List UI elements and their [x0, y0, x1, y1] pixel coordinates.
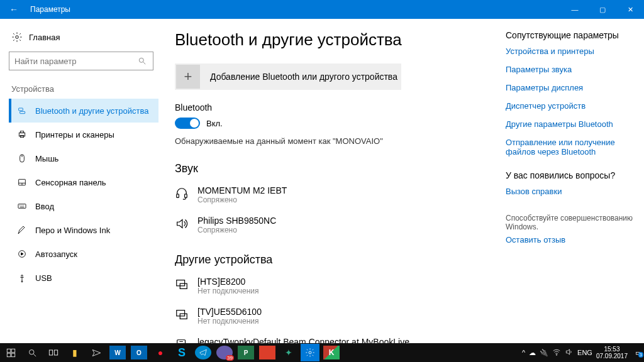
- svg-rect-25: [54, 350, 57, 355]
- related-sidebar: Сопутствующие параметры Устройства и при…: [506, 19, 644, 343]
- sidebar-item-pen[interactable]: Перо и Windows Ink: [9, 218, 158, 242]
- sidebar-item-touchpad[interactable]: Сенсорная панель: [9, 170, 158, 194]
- add-device-label: Добавление Bluetooth или другого устройс…: [210, 72, 397, 82]
- action-center-icon[interactable]: ▭3: [635, 349, 641, 357]
- svg-point-1: [139, 58, 143, 62]
- clock[interactable]: 15:5307.09.2017: [596, 346, 631, 359]
- sidebar-item-printers[interactable]: Принтеры и сканеры: [9, 123, 158, 146]
- taskbar: ▮ W O ● S 39 P ✦ K ^ ☁ 🔌 ENG 15:5307.09.…: [0, 343, 644, 362]
- taskbar-app-icon[interactable]: S: [171, 343, 192, 362]
- sidebar-item-label: Автозапуск: [35, 250, 77, 259]
- search-field[interactable]: [14, 57, 136, 66]
- taskbar-app-icon[interactable]: ✦: [278, 343, 299, 362]
- close-button[interactable]: ✕: [616, 0, 644, 19]
- window-title: Параметры: [30, 5, 70, 14]
- svg-rect-22: [11, 353, 15, 357]
- bluetooth-label: Bluetooth: [175, 102, 493, 112]
- sidebar-item-label: Принтеры и сканеры: [35, 130, 114, 140]
- taskbar-app-icon[interactable]: [195, 346, 211, 359]
- device-name: Philips SHB9850NC: [197, 216, 276, 226]
- system-tray[interactable]: ^ ☁ 🔌 ENG 15:5307.09.2017 ▭3: [522, 343, 644, 362]
- sidebar-item-label: Мышь: [35, 154, 58, 163]
- volume-icon[interactable]: [565, 348, 574, 358]
- related-link[interactable]: Параметры дисплея: [506, 83, 636, 92]
- taskbar-app-icon[interactable]: O: [131, 346, 147, 359]
- device-row[interactable]: Philips SHB9850NCСопряжено: [175, 212, 493, 238]
- audio-section-header: Звук: [175, 162, 493, 175]
- svg-rect-2: [19, 108, 23, 111]
- search-input[interactable]: [9, 52, 153, 70]
- sidebar-item-typing[interactable]: Ввод: [9, 194, 158, 218]
- bluetooth-state: Вкл.: [206, 119, 223, 128]
- svg-rect-12: [177, 194, 179, 198]
- svg-point-27: [557, 354, 557, 355]
- taskbar-app-icon[interactable]: ▮: [64, 343, 86, 362]
- taskbar-app-icon[interactable]: [86, 343, 107, 362]
- svg-rect-5: [20, 131, 23, 133]
- onedrive-icon[interactable]: ☁: [529, 349, 536, 357]
- pen-icon: [16, 224, 28, 236]
- window-titlebar: ← Параметры — ▢ ✕: [0, 0, 644, 19]
- sidebar: Главная Устройства Bluetooth и другие ус…: [0, 19, 164, 343]
- screen-icon: [175, 308, 189, 322]
- device-status: Сопряжено: [197, 226, 276, 234]
- search-task-icon[interactable]: [21, 343, 43, 362]
- wifi-icon[interactable]: [552, 348, 561, 358]
- home-button[interactable]: Главная: [9, 28, 158, 47]
- sidebar-item-label: Ввод: [35, 202, 54, 211]
- lang-indicator[interactable]: ENG: [577, 349, 592, 356]
- related-link[interactable]: Устройства и принтеры: [506, 47, 636, 56]
- taskbar-app-icon[interactable]: P: [238, 346, 254, 359]
- svg-rect-4: [19, 133, 25, 136]
- related-link[interactable]: Другие параметры Bluetooth: [506, 119, 636, 129]
- sidebar-item-label: Перо и Windows Ink: [35, 226, 110, 235]
- svg-point-0: [16, 36, 19, 39]
- taskbar-app-icon[interactable]: 39: [216, 346, 233, 359]
- discoverable-text: Обнаруживаемые на данный момент как "MON…: [175, 136, 493, 146]
- related-link[interactable]: Диспетчер устройств: [506, 101, 636, 111]
- category-label: Устройства: [9, 84, 158, 94]
- back-button[interactable]: ←: [0, 0, 28, 19]
- taskview-icon[interactable]: [43, 343, 64, 362]
- search-icon: [136, 55, 148, 67]
- related-link[interactable]: Отправление или получение файлов через B…: [506, 138, 636, 156]
- feedback-link[interactable]: Оставить отзыв: [506, 235, 636, 244]
- add-device-button[interactable]: + Добавление Bluetooth или другого устро…: [175, 63, 401, 90]
- device-name: [TV]UE55D6100: [197, 307, 262, 317]
- bluetooth-toggle[interactable]: [175, 118, 200, 129]
- taskbar-app-icon[interactable]: [259, 346, 275, 359]
- sidebar-item-mouse[interactable]: Мышь: [9, 146, 158, 170]
- minimize-button[interactable]: —: [561, 0, 589, 19]
- sidebar-item-bluetooth[interactable]: Bluetooth и другие устройства: [9, 99, 158, 123]
- svg-rect-19: [7, 349, 11, 353]
- body: Главная Устройства Bluetooth и другие ус…: [0, 19, 644, 343]
- touchpad-icon: [16, 177, 28, 188]
- other-section-header: Другие устройства: [175, 253, 493, 266]
- related-link[interactable]: Параметры звука: [506, 65, 636, 74]
- taskbar-app-icon[interactable]: ●: [150, 343, 171, 362]
- taskbar-app-icon[interactable]: K: [323, 346, 340, 359]
- sidebar-item-autoplay[interactable]: Автозапуск: [9, 242, 158, 266]
- device-row[interactable]: [HTS]E8200Нет подключения: [175, 273, 493, 299]
- device-status: Нет подключения: [197, 287, 259, 295]
- sidebar-item-usb[interactable]: USB: [9, 266, 158, 290]
- device-status: Сопряжено: [197, 195, 287, 204]
- screen-icon: [175, 278, 189, 292]
- taskbar-app-icon[interactable]: W: [109, 346, 126, 359]
- settings-taskbar-icon[interactable]: [301, 344, 319, 361]
- svg-point-23: [29, 349, 34, 354]
- maximize-button[interactable]: ▢: [589, 0, 616, 19]
- help-link[interactable]: Вызов справки: [506, 187, 636, 196]
- home-label: Главная: [29, 33, 60, 42]
- start-button[interactable]: [0, 343, 21, 362]
- svg-rect-3: [20, 111, 25, 113]
- power-icon[interactable]: 🔌: [540, 349, 548, 357]
- plus-icon: +: [176, 65, 200, 89]
- tray-chevron-icon[interactable]: ^: [522, 349, 525, 356]
- device-row[interactable]: MOMENTUM M2 IEBTСопряжено: [175, 182, 493, 208]
- related-header: Сопутствующие параметры: [506, 30, 636, 40]
- svg-rect-13: [185, 194, 187, 198]
- keyboard-icon: [16, 200, 28, 212]
- gear-icon: [11, 31, 23, 43]
- device-row[interactable]: [TV]UE55D6100Нет подключения: [175, 303, 493, 329]
